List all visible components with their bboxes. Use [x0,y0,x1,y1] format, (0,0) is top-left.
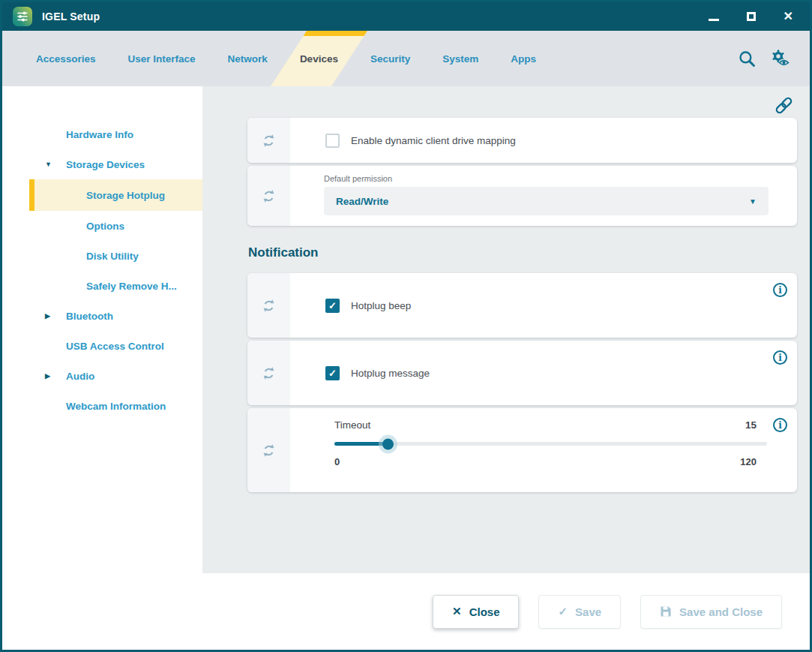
close-window-button[interactable]: ✕ [784,10,793,23]
selected-value: Read/Write [336,196,388,207]
timeout-value: 15 [745,419,757,431]
info-icon[interactable]: i [773,418,787,432]
default-permission-select[interactable]: Read/Write ▼ [324,187,769,215]
timeout-label: Timeout [334,419,370,431]
setting-row-timeout: Timeout 15 0 120 i [247,408,797,492]
reset-icon [261,443,277,458]
maximize-button[interactable] [747,10,756,23]
setting-row-dynamic-mapping: Enable dynamic client drive mapping [247,118,797,163]
minimize-icon [709,19,719,21]
close-icon: ✕ [784,11,793,23]
sidebar-item-hardware-info[interactable]: Hardware Info [2,119,202,149]
reset-icon [261,133,277,149]
save-button[interactable]: ✓ Save [538,595,621,629]
sidebar: Hardware Info ▼ Storage Devices Storage … [2,86,202,573]
save-and-close-button[interactable]: Save and Close [640,595,782,629]
sliders-icon [16,10,29,23]
timeout-slider[interactable] [334,442,767,446]
setting-body: Enable dynamic client drive mapping [291,118,797,163]
tab-security[interactable]: Security [359,31,421,86]
tab-bar: Accessories User Interface Network Devic… [2,31,810,86]
search-icon [738,50,757,68]
tab-accessories[interactable]: Accessories [25,31,107,86]
default-permission-label: Default permission [324,174,769,183]
info-icon[interactable]: i [773,283,787,297]
titlebar: IGEL Setup ✕ [2,2,810,31]
setting-body: ✓ Hotplug message i [291,341,797,405]
check-icon: ✓ [328,368,337,379]
tree-expanded-icon[interactable]: ▼ [45,161,52,168]
slider-thumb[interactable] [382,438,394,449]
minimize-button[interactable] [709,10,719,23]
sidebar-item-usb-access-control[interactable]: USB Access Control [2,331,202,361]
tree-collapsed-icon[interactable]: ▶ [45,372,50,380]
close-button[interactable]: ✕ Close [433,595,519,629]
slider-fill [334,442,388,446]
timeout-min: 0 [334,456,340,467]
setting-body: Default permission Read/Write ▼ [291,166,797,226]
sidebar-item-storage-hotplug[interactable]: Storage Hotplug [29,179,202,211]
sidebar-item-disk-utility[interactable]: Disk Utility [2,241,202,271]
sidebar-item-options[interactable]: Options [2,211,202,241]
setting-row-hotplug-beep: ✓ Hotplug beep i [247,273,797,338]
window-title: IGEL Setup [42,11,100,23]
setting-body: ✓ Hotplug beep i [291,273,797,338]
link-row [247,92,797,118]
reset-parameter-button[interactable] [247,166,291,226]
setting-row-default-permission: Default permission Read/Write ▼ [247,166,797,226]
igel-setup-window: IGEL Setup ✕ Accessories User Interface … [0,0,812,652]
settings-visibility-button[interactable] [770,49,790,68]
reset-parameter-button[interactable] [247,273,291,338]
checkbox-unchecked[interactable] [325,134,340,148]
chevron-down-icon: ▼ [749,197,757,206]
settings-panel: Enable dynamic client drive mapping [202,86,810,573]
close-x-icon: ✕ [452,605,462,618]
main-area: Hardware Info ▼ Storage Devices Storage … [2,86,810,573]
setting-row-hotplug-message: ✓ Hotplug message i [247,341,797,405]
footer-button-bar: ✕ Close ✓ Save Save and Close [2,573,810,650]
window-controls: ✕ [709,10,793,23]
tab-apps[interactable]: Apps [499,31,547,86]
sidebar-item-audio[interactable]: ▶ Audio [2,361,202,391]
tab-system[interactable]: System [431,31,490,86]
sidebar-item-webcam-information[interactable]: Webcam Information [2,391,202,421]
reset-parameter-button[interactable] [247,408,291,492]
reset-icon [261,365,277,381]
sidebar-item-safely-remove-hardware[interactable]: Safely Remove H... [2,271,202,301]
link-icon[interactable] [774,95,794,116]
notification-section-title: Notification [248,245,797,260]
reset-icon [261,298,277,314]
info-icon[interactable]: i [773,350,787,365]
tree-collapsed-icon[interactable]: ▶ [45,312,50,320]
setting-body: Timeout 15 0 120 i [291,408,797,492]
tab-user-interface[interactable]: User Interface [117,31,207,86]
gear-eye-icon [770,49,790,68]
dynamic-mapping-checkbox[interactable]: Enable dynamic client drive mapping [291,118,797,163]
igel-app-icon [13,7,32,26]
checkbox-checked[interactable]: ✓ [325,299,340,313]
reset-icon [261,188,277,204]
sidebar-item-bluetooth[interactable]: ▶ Bluetooth [2,301,202,331]
save-floppy-icon [660,605,672,617]
check-icon: ✓ [328,300,337,311]
tab-network[interactable]: Network [217,31,279,86]
hotplug-beep-checkbox[interactable]: ✓ Hotplug beep [291,273,797,338]
search-button[interactable] [738,50,757,68]
reset-parameter-button[interactable] [247,118,291,163]
timeout-max: 120 [740,456,757,467]
check-icon: ✓ [558,605,568,618]
sidebar-item-storage-devices[interactable]: ▼ Storage Devices [2,149,202,179]
tabbar-tools [738,31,790,86]
maximize-icon [747,12,756,21]
hotplug-message-checkbox[interactable]: ✓ Hotplug message [291,341,797,405]
reset-parameter-button[interactable] [247,341,291,405]
checkbox-checked[interactable]: ✓ [325,366,340,380]
tab-devices[interactable]: Devices [289,31,349,86]
